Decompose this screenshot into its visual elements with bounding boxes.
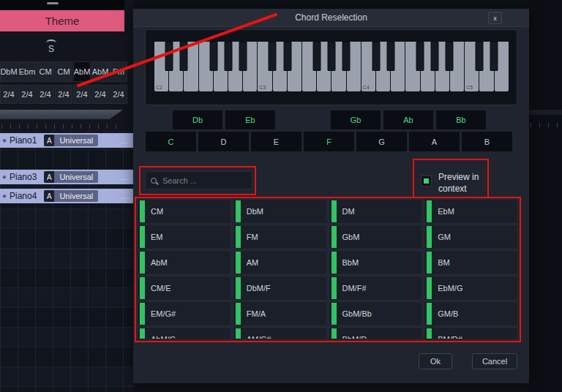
natural-note-button[interactable]: A xyxy=(408,131,460,152)
black-key[interactable] xyxy=(446,42,454,71)
chord-cell[interactable]: CM xyxy=(37,61,54,82)
flat-note-button[interactable]: Bb xyxy=(435,110,487,130)
chord-item[interactable]: BM xyxy=(424,250,518,275)
black-key[interactable] xyxy=(312,42,321,71)
track-row[interactable]: ◆Piano3AUniversal... xyxy=(0,170,134,184)
theme-section-header[interactable]: Theme xyxy=(0,10,124,31)
time-signature-cell[interactable]: 2/4 xyxy=(73,85,91,104)
collapse-handle-icon[interactable] xyxy=(47,2,59,4)
black-key[interactable] xyxy=(342,42,351,71)
flat-note-button[interactable]: Db xyxy=(172,110,223,130)
time-signature-cell[interactable]: 2/4 xyxy=(37,85,54,104)
time-signature-cell[interactable]: 2/4 xyxy=(91,85,109,104)
time-signature-cell[interactable]: 2/4 xyxy=(18,85,36,104)
track-preset-badge[interactable]: AUniversal xyxy=(44,190,98,202)
octave-label: C3 xyxy=(259,85,266,90)
natural-note-button[interactable]: B xyxy=(461,131,513,152)
black-key[interactable] xyxy=(239,42,247,71)
chord-cell[interactable]: AbM xyxy=(91,61,109,82)
natural-note-button[interactable]: C xyxy=(145,131,197,152)
dialog-titlebar[interactable]: Chord Reselection xyxy=(133,9,529,27)
section-marker[interactable]: S xyxy=(42,39,60,56)
chord-cell[interactable]: Fm xyxy=(110,61,127,82)
chord-item[interactable]: AM xyxy=(233,250,327,275)
chord-item[interactable]: AM/C# xyxy=(233,327,327,339)
black-key[interactable] xyxy=(372,42,380,71)
chord-item[interactable]: EbM xyxy=(424,199,518,224)
timeline-ruler[interactable] xyxy=(1,124,124,129)
time-signature-cell[interactable]: 2/4 xyxy=(110,85,127,104)
flat-note-button[interactable]: Gb xyxy=(330,110,381,130)
track-menu-button[interactable]: ... xyxy=(121,137,130,145)
black-key[interactable] xyxy=(431,42,439,71)
track-row[interactable]: ◆Piano4AUniversal... xyxy=(0,189,134,203)
chord-item[interactable]: BbM xyxy=(329,250,423,275)
ok-button[interactable]: Ok xyxy=(419,353,452,369)
cancel-button[interactable]: Cancel xyxy=(472,353,517,369)
chord-item[interactable]: AbM xyxy=(137,250,231,275)
time-signature-cell[interactable]: 2/4 xyxy=(0,85,18,104)
black-key[interactable] xyxy=(269,42,277,71)
black-key[interactable] xyxy=(209,42,217,71)
search-input[interactable] xyxy=(161,176,247,186)
chord-cell[interactable]: DbM xyxy=(0,61,18,82)
black-key[interactable] xyxy=(165,42,173,71)
chord-item[interactable]: GbM xyxy=(329,225,423,249)
chord-cell[interactable]: CM xyxy=(55,61,72,82)
preview-toggle[interactable]: Preview in context xyxy=(421,171,487,195)
chord-item[interactable]: GM xyxy=(424,225,518,249)
natural-note-button[interactable]: F xyxy=(303,131,355,152)
flat-note-button[interactable]: Eb xyxy=(225,110,276,130)
chord-item-label: AbM/C xyxy=(151,335,176,339)
chord-item[interactable]: DM xyxy=(329,199,423,224)
chord-item[interactable]: FM xyxy=(233,225,327,249)
natural-note-button[interactable]: G xyxy=(356,131,408,152)
black-key[interactable] xyxy=(416,42,424,71)
natural-note-button[interactable]: D xyxy=(198,131,250,152)
track-row[interactable]: ◆Piano1AUniversal... xyxy=(0,133,134,148)
black-key[interactable] xyxy=(180,42,188,71)
chord-item[interactable]: DbM/F xyxy=(233,276,327,301)
chord-item[interactable]: DbM xyxy=(233,199,327,224)
flat-note-button[interactable]: Ab xyxy=(383,110,434,130)
chord-item-label: EM/G# xyxy=(151,309,176,318)
time-signature-cell[interactable]: 2/4 xyxy=(55,85,72,104)
chord-item[interactable]: BbM/D xyxy=(329,327,423,339)
chord-item-label: GM/B xyxy=(438,309,458,318)
chord-item-label: CM/E xyxy=(151,284,171,293)
track-menu-button[interactable]: ... xyxy=(121,173,130,181)
chord-item[interactable]: GbM/Bb xyxy=(329,301,423,326)
chord-item[interactable]: EM xyxy=(137,225,231,249)
chord-item[interactable]: GM/B xyxy=(424,301,518,326)
chord-color-bar xyxy=(140,226,145,248)
chord-cell[interactable]: Ebm xyxy=(18,61,36,82)
chord-item[interactable]: DM/F# xyxy=(329,276,423,301)
chord-color-bar xyxy=(427,226,432,248)
black-key[interactable] xyxy=(283,42,291,71)
search-box[interactable] xyxy=(145,171,252,189)
black-key[interactable] xyxy=(490,42,498,71)
track-preset-badge[interactable]: AUniversal xyxy=(44,135,98,146)
black-key[interactable] xyxy=(328,42,336,71)
checkbox-checked-icon[interactable] xyxy=(421,176,432,186)
chord-item[interactable]: CM xyxy=(137,199,231,224)
chord-item[interactable]: EM/G# xyxy=(137,301,231,326)
track-preset-badge[interactable]: AUniversal xyxy=(44,171,98,183)
preset-name: Universal xyxy=(54,173,98,181)
chord-item[interactable]: EbM/G xyxy=(424,276,518,301)
chord-item[interactable]: AbM/C xyxy=(137,327,231,339)
chord-item[interactable]: FM/A xyxy=(233,301,327,326)
track-menu-button[interactable]: ... xyxy=(121,192,130,200)
chord-color-bar xyxy=(427,328,432,339)
chord-item[interactable]: CM/E xyxy=(137,276,231,301)
chord-cell[interactable]: AbM xyxy=(73,61,91,82)
natural-note-button[interactable]: E xyxy=(250,131,302,152)
instrument-icon: ◆ xyxy=(0,137,9,143)
black-key[interactable] xyxy=(224,42,232,71)
black-key[interactable] xyxy=(386,42,394,71)
section-clip-bar[interactable] xyxy=(0,110,123,119)
chord-item[interactable]: BM/D# xyxy=(424,327,518,339)
close-button[interactable]: x xyxy=(488,12,502,24)
black-key[interactable] xyxy=(475,42,483,71)
chord-color-bar xyxy=(236,328,241,339)
